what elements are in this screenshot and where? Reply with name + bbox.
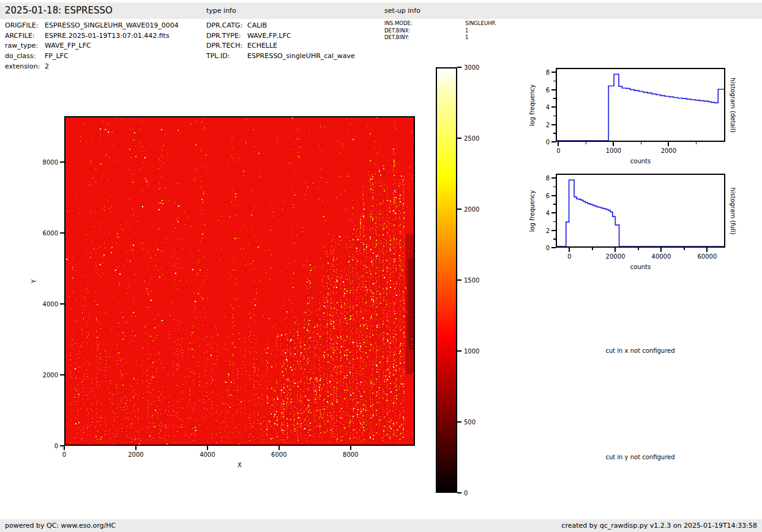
y-axis-tick xyxy=(60,374,64,375)
x-axis-tick xyxy=(350,446,351,450)
section-title-type-info: type info xyxy=(206,7,236,15)
info-row: raw_type:WAVE_FP_LFC xyxy=(5,41,179,51)
x-axis-tick xyxy=(638,248,639,250)
info-row: DPR.TYPE:WAVE,FP,LFC xyxy=(206,31,355,42)
y-axis-tick xyxy=(553,238,556,240)
y-axis-tick xyxy=(551,72,556,73)
detector-image-canvas xyxy=(65,117,414,445)
x-axis-tick xyxy=(592,248,593,250)
histogram-full--box xyxy=(556,174,725,248)
info-row: DET.BINX:1 xyxy=(384,28,495,35)
y-axis-tick xyxy=(60,232,64,234)
info-value: FP_LFC xyxy=(45,52,69,60)
y-axis-tick xyxy=(551,89,556,91)
y-axis-tick-label: 8 xyxy=(546,69,550,76)
info-value: SINGLEUHR xyxy=(465,20,495,26)
info-value: ECHELLE xyxy=(247,42,277,50)
right-axis-title: histogram (detail) xyxy=(730,78,736,133)
colorbar-tick xyxy=(457,492,461,493)
histogram-line xyxy=(557,180,724,246)
info-value: ESPRESSO_SINGLEUHR_WAVE019_0004 xyxy=(45,21,179,29)
colorbar-tick-label: 2000 xyxy=(464,206,479,213)
colorbar-tick-label: 1500 xyxy=(464,277,479,284)
x-axis-tick-label: 0 xyxy=(556,147,560,154)
info-value: ESPRESSO_singleUHR_cal_wave xyxy=(247,52,355,60)
x-axis-tick xyxy=(696,142,697,144)
y-axis-tick-label: 8000 xyxy=(43,159,58,166)
y-axis-tick xyxy=(551,141,556,142)
y-axis-tick xyxy=(551,106,556,108)
footer-left-text: powered by QC: www.eso.org/HC xyxy=(5,519,116,532)
colorbar-tick xyxy=(457,279,461,281)
raw-detector-image-box xyxy=(64,116,415,446)
info-value: WAVE_FP_LFC xyxy=(45,42,91,50)
y-axis-tick-label: 6000 xyxy=(43,230,58,237)
info-label: ORIGFILE: xyxy=(5,21,45,31)
info-label: DPR.CATG: xyxy=(206,21,247,31)
x-axis-tick-label: 0 xyxy=(62,451,66,458)
y-axis-tick-label: 8 xyxy=(546,175,550,182)
info-value: ESPRE.2025-01-19T13:07:01.442.fits xyxy=(45,32,170,40)
y-axis-tick-label: 4 xyxy=(546,104,550,111)
colorbar-gradient xyxy=(437,68,456,492)
y-axis-tick-label: 0 xyxy=(54,443,58,449)
colorbar-tick-label: 500 xyxy=(464,419,476,426)
colorbar-tick xyxy=(457,209,461,210)
y-axis-tick-label: 6 xyxy=(546,192,550,199)
x-axis-tick xyxy=(613,142,614,146)
x-axis-tick xyxy=(586,142,587,144)
histogram-step-curve xyxy=(557,175,724,246)
y-axis-tick xyxy=(553,133,556,134)
y-axis-tick-label: 0 xyxy=(546,139,550,146)
x-axis-title: X xyxy=(237,462,242,468)
y-axis-tick-label: 2000 xyxy=(43,372,58,379)
y-axis-tick-label: 2 xyxy=(546,227,550,234)
info-row: DPR.TECH:ECHELLE xyxy=(206,41,355,51)
info-value: WAVE,FP,LFC xyxy=(247,32,291,40)
y-axis-tick xyxy=(551,124,556,125)
cut-x-note: cut in x not configured xyxy=(605,347,674,354)
x-axis-tick xyxy=(641,142,642,144)
x-axis-tick-label: 6000 xyxy=(271,451,286,458)
x-axis-tick-label: 0 xyxy=(567,253,571,260)
y-axis-title: Y xyxy=(31,279,37,283)
x-axis-tick xyxy=(569,248,570,252)
y-axis-tick-label: 0 xyxy=(546,245,550,251)
y-axis-tick-label: 4 xyxy=(546,210,550,216)
y-axis-title: log frequency xyxy=(529,84,536,126)
info-label: do_class: xyxy=(5,51,45,62)
right-axis-title: histogram (full) xyxy=(730,187,736,234)
qc-report-page: 2025-01-18: ESPRESSO type info set-up in… xyxy=(0,0,762,532)
x-axis-tick-label: 4000 xyxy=(200,451,215,458)
y-axis-title: log frequency xyxy=(529,190,536,232)
x-axis-tick xyxy=(64,446,65,450)
info-label: DPR.TYPE: xyxy=(206,31,247,42)
setup-info-block: INS.MODE:SINGLEUHRDET.BINX:1DET.BINY:1 xyxy=(384,20,495,42)
y-axis-tick xyxy=(553,98,556,99)
colorbar-tick-label: 2500 xyxy=(464,135,479,142)
info-value: CALIB xyxy=(247,21,267,29)
x-axis-tick xyxy=(558,142,559,146)
x-axis-tick xyxy=(706,248,708,252)
colorbar-tick-label: 3000 xyxy=(464,64,479,71)
y-axis-tick xyxy=(551,247,556,248)
info-row: DET.BINY:1 xyxy=(384,34,495,42)
y-axis-tick xyxy=(551,195,556,196)
footer-bar: powered by QC: www.eso.org/HC created by… xyxy=(0,519,762,532)
y-axis-tick xyxy=(60,161,64,163)
x-axis-title: counts xyxy=(630,264,651,270)
info-row: ORIGFILE:ESPRESSO_SINGLEUHR_WAVE019_0004 xyxy=(5,21,179,31)
y-axis-tick xyxy=(551,177,556,179)
info-label: DPR.TECH: xyxy=(206,41,247,51)
colorbar-tick xyxy=(457,421,461,423)
x-axis-tick-label: 40000 xyxy=(652,253,671,260)
colorbar-tick xyxy=(457,67,461,68)
info-row: DPR.CATG:CALIB xyxy=(206,21,355,31)
x-axis-title: counts xyxy=(630,158,651,164)
colorbar-box xyxy=(436,67,457,493)
y-axis-tick-label: 2 xyxy=(546,121,550,128)
x-axis-tick-label: 2000 xyxy=(128,451,143,458)
x-axis-tick-label: 2000 xyxy=(661,147,676,154)
x-axis-tick-label: 20000 xyxy=(606,253,626,260)
info-label: extension: xyxy=(5,62,45,72)
